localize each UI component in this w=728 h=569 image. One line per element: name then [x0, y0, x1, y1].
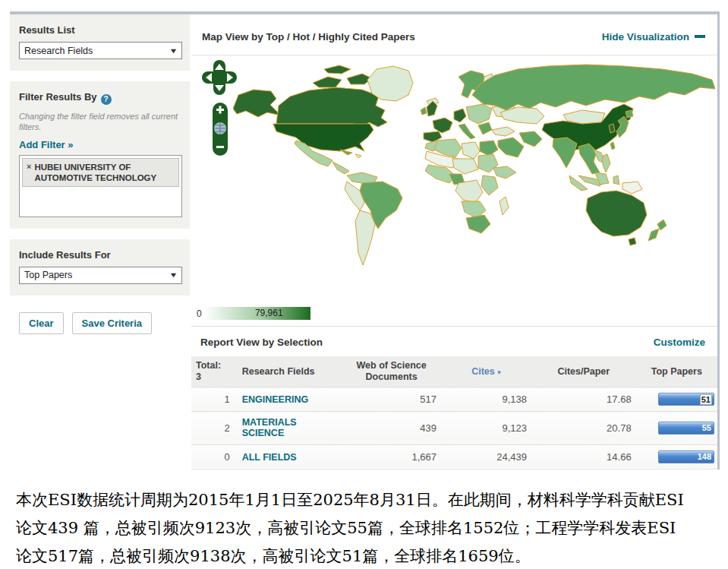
visualization-panel: Map View by Top / Hot / Highly Cited Pap…	[191, 14, 720, 469]
help-icon[interactable]: ?	[101, 94, 112, 105]
docs-value: 1,667	[342, 444, 441, 469]
col-cites-per-paper: Cites/Paper	[531, 356, 636, 387]
table-header-row: Total: 3 Research Fields Web of Science …	[191, 356, 717, 387]
include-results-value: Top Papers	[24, 270, 72, 280]
filter-note: Changing the filter field removes all cu…	[19, 111, 182, 133]
row-rank: 2	[191, 412, 238, 445]
results-list-select[interactable]: Research Fields ▼	[19, 42, 182, 59]
field-link-engineering[interactable]: ENGINEERING	[242, 394, 309, 405]
results-list-value: Research Fields	[24, 46, 93, 56]
cites-per-paper-value: 14.66	[531, 444, 636, 469]
filter-section: Filter Results By? Changing the filter f…	[10, 81, 190, 229]
zoom-out-button[interactable]	[216, 146, 224, 148]
include-results-select[interactable]: Top Papers ▼	[19, 267, 182, 284]
map-controls	[202, 60, 238, 177]
top-papers-bar: 55	[658, 422, 714, 435]
docs-value: 517	[342, 387, 441, 412]
legend-gradient-bar: 79,961	[204, 307, 310, 320]
world-map[interactable]	[191, 55, 717, 302]
field-link-materials-science[interactable]: MATERIALS SCIENCE	[242, 417, 338, 439]
clear-button[interactable]: Clear	[19, 312, 64, 334]
report-header: Report View by Selection Customize	[191, 327, 717, 356]
col-research-fields: Research Fields	[238, 356, 342, 387]
pan-control[interactable]	[202, 60, 237, 95]
summary-line: 论文517篇，总被引频次9138次，高被引论文51篇，全球排名1659位。	[16, 542, 715, 569]
criteria-buttons: Clear Save Criteria	[10, 306, 190, 334]
cites-value: 9,123	[441, 412, 531, 445]
customize-link[interactable]: Customize	[654, 337, 705, 348]
row-rank: 1	[191, 387, 238, 412]
cites-value: 9,138	[441, 387, 531, 412]
map-header: Map View by Top / Hot / Highly Cited Pap…	[191, 14, 717, 55]
cites-per-paper-value: 17.68	[531, 387, 636, 412]
top-papers-bar: 148	[658, 450, 714, 463]
top-papers-value: 51	[701, 395, 711, 404]
results-list-label: Results List	[19, 24, 182, 36]
esi-page: Results List Research Fields ▼ Filter Re…	[0, 0, 728, 569]
sidebar: Results List Research Fields ▼ Filter Re…	[10, 14, 190, 469]
map-area	[191, 55, 717, 302]
table-row: 2 MATERIALS SCIENCE 439 9,123 20.78 55	[191, 412, 717, 445]
report-title: Report View by Selection	[200, 337, 323, 348]
chevron-down-icon: ▼	[169, 47, 178, 55]
field-link-all-fields[interactable]: ALL FIELDS	[242, 452, 297, 463]
include-results-section: Include Results For Top Papers ▼	[10, 239, 190, 296]
col-cites-sort[interactable]: Cites ▾	[441, 356, 531, 387]
legend-min: 0	[197, 308, 202, 319]
save-criteria-button[interactable]: Save Criteria	[72, 312, 153, 334]
include-results-label: Include Results For	[19, 249, 182, 261]
col-documents: Web of Science Documents	[342, 356, 441, 387]
top-papers-value: 148	[698, 452, 711, 461]
results-list-section: Results List Research Fields ▼	[10, 14, 190, 71]
filter-by-label: Filter Results By?	[19, 91, 182, 105]
table-row: 0 ALL FIELDS 1,667 24,439 14.66 148	[191, 444, 717, 469]
summary-paragraph: 本次ESI数据统计周期为2015年1月1日至2025年8月31日。在此期间，材料…	[10, 469, 720, 569]
collapse-icon	[695, 35, 705, 38]
hide-visualization-link[interactable]: Hide Visualization	[602, 31, 705, 43]
results-table: Total: 3 Research Fields Web of Science …	[191, 356, 717, 469]
cites-value: 24,439	[441, 444, 531, 469]
add-filter-link[interactable]: Add Filter »	[19, 139, 182, 150]
sort-descending-icon: ▾	[497, 368, 501, 376]
globe-button[interactable]	[214, 122, 226, 134]
col-total: Total: 3	[191, 356, 238, 387]
docs-value: 439	[342, 412, 441, 445]
summary-line: 论文439 篇，总被引频次9123次，高被引论文55篇，全球排名1552位；工程…	[16, 514, 715, 542]
filter-item: × HUBEI UNIVERSITY OF AUTOMOTIVE TECHNOL…	[22, 158, 179, 188]
table-row: 1 ENGINEERING 517 9,138 17.68 51	[191, 387, 717, 412]
chevron-down-icon: ▼	[169, 271, 178, 279]
col-top-papers: Top Papers	[636, 356, 717, 387]
top-papers-bar: 51	[658, 393, 714, 406]
row-rank: 0	[191, 444, 238, 469]
legend-max: 79,961	[255, 308, 283, 318]
remove-filter-icon[interactable]: ×	[27, 162, 31, 184]
cites-per-paper-value: 20.78	[531, 412, 636, 445]
map-title: Map View by Top / Hot / Highly Cited Pap…	[202, 31, 415, 43]
top-papers-value: 55	[702, 423, 711, 432]
map-legend: 0 79,961	[191, 302, 717, 327]
filter-item-label: HUBEI UNIVERSITY OF AUTOMOTIVE TECHNOLOG…	[34, 162, 175, 184]
summary-line: 本次ESI数据统计周期为2015年1月1日至2025年8月31日。在此期间，材料…	[16, 486, 715, 514]
active-filters-list: × HUBEI UNIVERSITY OF AUTOMOTIVE TECHNOL…	[19, 155, 182, 217]
